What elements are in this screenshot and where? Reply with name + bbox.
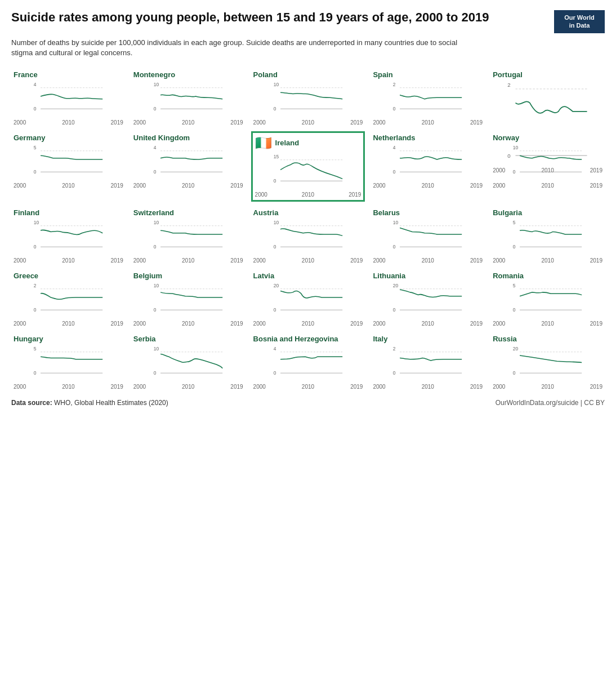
svg-text:0: 0 (34, 169, 37, 175)
chart-title-netherlands: Netherlands (373, 134, 483, 142)
svg-text:0: 0 (393, 244, 396, 250)
chart-title-bulgaria: Bulgaria (493, 208, 602, 217)
svg-text:4: 4 (34, 82, 37, 87)
chart-title-lithuania: Lithuania (373, 272, 483, 280)
chart-year-labels: 200020102019 (493, 384, 602, 390)
chart-svg: 50 (14, 344, 123, 381)
country-name: Finland (14, 208, 39, 217)
chart-year-labels: 200020102019 (493, 183, 602, 189)
chart-line (41, 357, 102, 359)
svg-text:2: 2 (34, 283, 37, 288)
chart-svg: 100 (253, 80, 363, 117)
chart-title-norway: Norway (493, 134, 602, 142)
country-name: Spain (373, 70, 392, 79)
country-name: Romania (493, 272, 524, 280)
svg-text:20: 20 (273, 283, 279, 288)
chart-line (41, 94, 102, 99)
svg-text:15: 15 (273, 154, 279, 159)
chart-title-russia: Russia (493, 335, 602, 343)
chart-cell-finland: Finland100200020102019 (11, 206, 126, 265)
chart-cell-united-kingdom: United Kingdom40200020102019 (131, 131, 245, 202)
svg-text:0: 0 (34, 370, 37, 376)
owid-logo: Our World in Data (554, 10, 605, 33)
chart-line (400, 358, 462, 361)
country-name: Belarus (373, 208, 400, 217)
chart-cell-russia: Russia200200020102019 (490, 332, 605, 391)
svg-text:0: 0 (34, 307, 37, 313)
country-name: Netherlands (373, 134, 415, 142)
svg-text:5: 5 (513, 283, 516, 288)
chart-cell-lithuania: Lithuania200200020102019 (371, 269, 485, 328)
chart-line (160, 354, 222, 368)
chart-cell-bulgaria: Bulgaria50200020102019 (490, 206, 605, 265)
svg-text:10: 10 (273, 82, 279, 87)
country-name: Russia (493, 335, 517, 343)
svg-text:5: 5 (513, 220, 516, 225)
chart-line (520, 155, 582, 159)
chart-cell-france: France40200020102019 (11, 68, 126, 127)
chart-line (400, 95, 462, 99)
header-row: Suicide rates among young people, betwee… (11, 10, 605, 33)
svg-text:5: 5 (34, 145, 37, 150)
chart-line (160, 230, 222, 234)
chart-line (400, 228, 462, 234)
country-name: Serbia (133, 335, 156, 343)
svg-text:0: 0 (393, 370, 396, 376)
chart-line (280, 229, 342, 235)
chart-year-labels: 200020102019 (14, 384, 123, 390)
svg-text:20: 20 (513, 346, 519, 352)
chart-year-labels: 200020102019 (253, 119, 363, 126)
chart-svg: 40 (373, 143, 483, 180)
svg-text:0: 0 (273, 178, 276, 184)
chart-svg: 200 (493, 344, 602, 381)
chart-cell-greece: Greece20200020102019 (11, 269, 126, 328)
chart-title-belgium: Belgium (133, 272, 243, 280)
chart-year-labels: 200020102019 (133, 257, 243, 264)
country-name: Poland (253, 70, 278, 79)
country-name: Switzerland (133, 208, 174, 217)
chart-line (280, 163, 342, 179)
flag-icon: 🇮🇪 (255, 135, 272, 151)
main-title: Suicide rates among young people, betwee… (11, 10, 489, 25)
svg-text:0: 0 (513, 244, 516, 250)
chart-year-labels: 200020102019 (373, 257, 483, 264)
svg-text:4: 4 (273, 346, 276, 352)
svg-text:2: 2 (508, 82, 511, 88)
chart-title-poland: Poland (253, 70, 363, 79)
country-name: Italy (373, 335, 387, 343)
chart-cell-austria: Austria100200020102019 (251, 206, 365, 265)
svg-text:4: 4 (393, 145, 396, 150)
footer-row: Data source: WHO, Global Health Estimate… (11, 399, 605, 407)
svg-text:10: 10 (154, 283, 159, 288)
chart-title-serbia: Serbia (133, 335, 243, 343)
chart-cell-belgium: Belgium100200020102019 (131, 269, 245, 328)
svg-text:0: 0 (154, 169, 157, 175)
chart-line (516, 101, 587, 113)
country-name: Greece (14, 272, 38, 280)
chart-svg: 100 (133, 80, 243, 117)
chart-title-latvia: Latvia (253, 272, 363, 280)
svg-text:10: 10 (34, 220, 39, 225)
chart-line (280, 92, 342, 99)
chart-year-labels: 200020102019 (133, 183, 243, 189)
chart-title-belarus: Belarus (373, 208, 483, 217)
chart-svg: 100 (133, 218, 243, 255)
svg-text:10: 10 (154, 346, 159, 352)
chart-cell-serbia: Serbia100200020102019 (131, 332, 245, 391)
chart-line (41, 230, 102, 234)
svg-text:0: 0 (273, 370, 276, 376)
chart-year-labels: 200020102019 (133, 384, 243, 390)
chart-year-labels: 200020102019 (255, 192, 361, 198)
svg-text:0: 0 (154, 370, 157, 376)
country-name: Bosnia and Herzegovina (253, 335, 338, 343)
data-source: Data source: WHO, Global Health Estimate… (11, 399, 168, 407)
country-name: Germany (14, 134, 45, 142)
chart-line (520, 355, 582, 363)
svg-text:0: 0 (273, 244, 276, 250)
chart-svg: 20 (373, 80, 483, 117)
chart-year-labels: 200020102019 (373, 384, 483, 390)
chart-title-portugal: Portugal (493, 70, 602, 79)
footer-right: OurWorldInData.org/suicide | CC BY (496, 399, 605, 407)
svg-text:0: 0 (513, 169, 516, 175)
chart-svg: 200 (373, 281, 483, 318)
